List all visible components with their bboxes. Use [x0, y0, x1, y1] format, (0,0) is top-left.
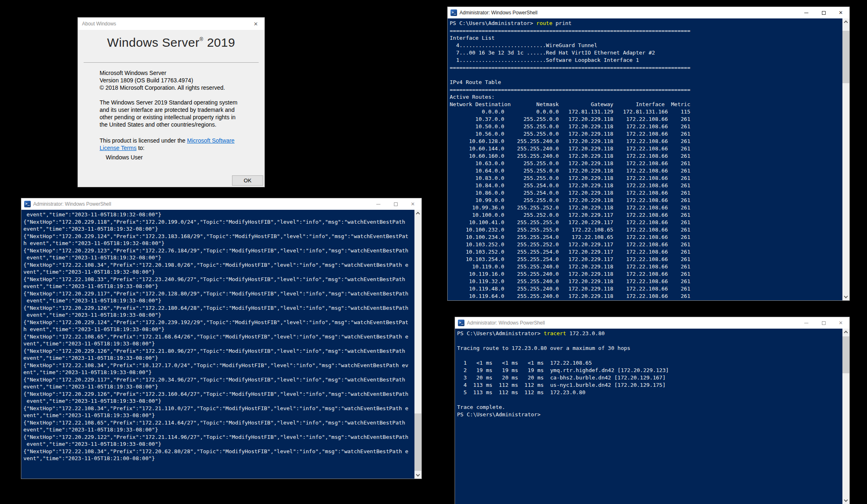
- licensee: Windows User: [106, 154, 143, 161]
- close-button[interactable]: ✕: [832, 317, 849, 329]
- log-console: event","time":"2023-11-05T18:19:32-08:00…: [21, 210, 421, 479]
- copyright-line: © 2018 Microsoft Corporation. All rights…: [100, 84, 252, 91]
- minimize-button[interactable]: [798, 7, 815, 18]
- minimize-button[interactable]: [370, 198, 387, 210]
- os-version-line: Version 1809 (OS Build 17763.4974): [100, 77, 252, 84]
- route-print-window: >_ Administrator: Windows PowerShell ✕ P…: [447, 7, 850, 301]
- trademark-paragraph: The Windows Server 2019 Standard operati…: [100, 99, 241, 128]
- version-info: Microsoft Windows Server Version 1809 (O…: [100, 69, 252, 91]
- console-output[interactable]: PS C:\Users\Administrator> tracert 172.2…: [455, 329, 849, 418]
- ok-button[interactable]: OK: [232, 175, 263, 186]
- minimize-button[interactable]: [798, 317, 815, 329]
- divider: [84, 62, 259, 63]
- product-year: 2019: [203, 36, 235, 49]
- scroll-up-button[interactable]: [842, 329, 849, 336]
- about-windows-dialog: About Windows ✕ Windows Server® 2019 Mic…: [77, 17, 265, 187]
- scroll-thumb[interactable]: [414, 413, 421, 471]
- route-window-title: Administrator: Windows PowerShell: [460, 10, 798, 16]
- log-window: >_ Administrator: Windows PowerShell ✕ e…: [21, 198, 422, 479]
- chevron-down-icon: [844, 498, 848, 502]
- chevron-down-icon: [416, 472, 420, 477]
- maximize-button[interactable]: [815, 317, 832, 329]
- minimize-icon: [376, 204, 380, 204]
- powershell-icon: >_: [451, 9, 457, 16]
- product-title: Windows Server® 2019: [78, 36, 264, 50]
- tracert-console: PS C:\Users\Administrator> tracert 172.2…: [455, 329, 849, 504]
- maximize-icon: [822, 321, 826, 325]
- close-button[interactable]: ✕: [404, 198, 421, 210]
- license-text: This product is licensed under the Micro…: [100, 137, 243, 152]
- log-window-title: Administrator: Windows PowerShell: [33, 201, 370, 207]
- scroll-down-button[interactable]: [842, 293, 849, 300]
- chevron-up-icon: [844, 20, 848, 25]
- about-dialog-titlebar[interactable]: About Windows ✕: [78, 18, 264, 30]
- log-window-titlebar[interactable]: >_ Administrator: Windows PowerShell ✕: [21, 198, 421, 210]
- maximize-icon: [394, 202, 398, 206]
- powershell-icon: >_: [458, 320, 464, 326]
- scroll-thumb[interactable]: [842, 336, 849, 373]
- route-window-titlebar[interactable]: >_ Administrator: Windows PowerShell ✕: [448, 7, 849, 18]
- tracert-window: >_ Administrator: Windows PowerShell ✕ P…: [455, 317, 850, 504]
- chevron-down-icon: [844, 294, 848, 298]
- product-name: Windows Server: [107, 36, 199, 49]
- minimize-icon: [804, 13, 808, 13]
- minimize-icon: [804, 323, 808, 323]
- powershell-icon: >_: [24, 201, 31, 207]
- tracert-window-titlebar[interactable]: >_ Administrator: Windows PowerShell ✕: [455, 317, 849, 329]
- maximize-icon: [822, 11, 826, 15]
- license-suffix: to:: [137, 145, 144, 151]
- chevron-up-icon: [416, 212, 420, 216]
- scrollbar[interactable]: [414, 210, 421, 479]
- registered-mark-icon: ®: [200, 36, 203, 42]
- os-name-line: Microsoft Windows Server: [100, 69, 252, 77]
- console-output[interactable]: event","time":"2023-11-05T18:19:32-08:00…: [21, 210, 421, 462]
- maximize-button[interactable]: [387, 198, 404, 210]
- scroll-down-button[interactable]: [842, 497, 849, 504]
- scroll-up-button[interactable]: [842, 18, 849, 25]
- scroll-thumb[interactable]: [842, 31, 849, 83]
- scrollbar[interactable]: [842, 18, 849, 300]
- close-button[interactable]: ✕: [832, 7, 849, 18]
- console-output[interactable]: PS C:\Users\Administrator> route print =…: [448, 18, 849, 300]
- route-console: PS C:\Users\Administrator> route print =…: [448, 18, 849, 300]
- close-icon[interactable]: ✕: [247, 18, 264, 30]
- chevron-up-icon: [844, 331, 848, 335]
- maximize-button[interactable]: [815, 7, 832, 18]
- scroll-down-button[interactable]: [414, 472, 421, 479]
- scroll-up-button[interactable]: [414, 210, 421, 217]
- tracert-window-title: Administrator: Windows PowerShell: [467, 320, 798, 326]
- scrollbar[interactable]: [842, 329, 849, 504]
- license-prefix: This product is licensed under the: [100, 137, 187, 144]
- desktop: { "colors": { "desktop_bg": "#000000", "…: [0, 0, 867, 504]
- about-dialog-title: About Windows: [78, 21, 247, 27]
